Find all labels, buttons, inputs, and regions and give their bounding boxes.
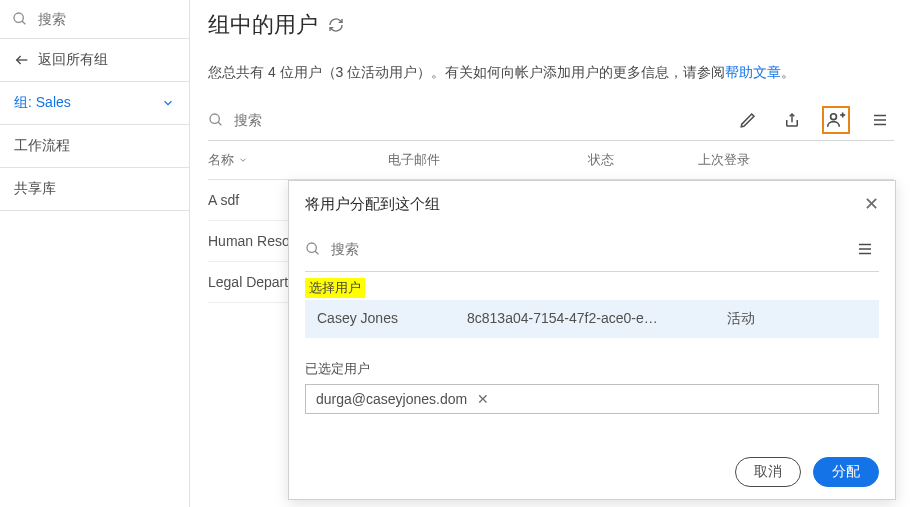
- dialog-menu-button[interactable]: [851, 235, 879, 263]
- svg-line-4: [218, 122, 221, 125]
- sort-icon: [238, 155, 248, 165]
- page-title: 组中的用户: [208, 10, 318, 40]
- sidebar-search-input[interactable]: [36, 10, 177, 28]
- cancel-button[interactable]: 取消: [735, 457, 801, 487]
- chip-label: durga@caseyjones.dom: [316, 391, 467, 407]
- chevron-down-icon: [161, 96, 175, 110]
- group-label: 组: Sales: [14, 94, 71, 112]
- remove-chip-icon[interactable]: ✕: [477, 391, 489, 407]
- add-user-button[interactable]: [822, 106, 850, 134]
- svg-point-12: [307, 243, 316, 252]
- table-search-input[interactable]: [232, 111, 411, 129]
- candidate-status: 活动: [727, 310, 867, 328]
- candidate-id: 8c813a04-7154-47f2-ace0-e…: [467, 310, 727, 328]
- page-description: 您总共有 4 位用户（3 位活动用户）。有关如何向帐户添加用户的更多信息，请参阅…: [208, 64, 894, 82]
- svg-line-13: [315, 251, 318, 254]
- svg-point-0: [14, 13, 23, 22]
- col-login[interactable]: 上次登录: [698, 151, 894, 169]
- col-email[interactable]: 电子邮件: [388, 151, 588, 169]
- col-name[interactable]: 名称: [208, 151, 388, 169]
- menu-icon: [871, 111, 889, 129]
- col-status[interactable]: 状态: [588, 151, 698, 169]
- dialog-title: 将用户分配到这个组: [305, 195, 440, 214]
- menu-button[interactable]: [866, 106, 894, 134]
- menu-icon: [856, 240, 874, 258]
- candidate-user-row[interactable]: Casey Jones 8c813a04-7154-47f2-ace0-e… 活…: [305, 300, 879, 338]
- edit-button[interactable]: [734, 106, 762, 134]
- add-user-icon: [826, 110, 846, 130]
- help-link[interactable]: 帮助文章: [725, 64, 781, 80]
- select-user-label: 选择用户: [305, 278, 365, 298]
- selected-users-label: 已选定用户: [305, 360, 879, 378]
- sidebar-item-shared-lib[interactable]: 共享库: [0, 168, 189, 211]
- selected-user-chip: durga@caseyjones.dom ✕: [305, 384, 879, 414]
- export-button[interactable]: [778, 106, 806, 134]
- sidebar-search[interactable]: [0, 0, 189, 39]
- arrow-left-icon: [14, 52, 30, 68]
- candidate-name: Casey Jones: [317, 310, 467, 328]
- back-to-groups[interactable]: 返回所有组: [0, 39, 189, 82]
- assign-user-dialog: 将用户分配到这个组 ✕ 选择用户 Casey Jones 8c813a04-71…: [288, 180, 896, 500]
- svg-line-1: [22, 21, 25, 24]
- search-icon: [208, 112, 224, 128]
- search-icon: [12, 11, 28, 27]
- refresh-icon[interactable]: [328, 17, 344, 33]
- dialog-search[interactable]: [305, 240, 508, 258]
- svg-point-6: [831, 114, 837, 120]
- back-label: 返回所有组: [38, 51, 108, 69]
- table-header: 名称 电子邮件 状态 上次登录: [208, 141, 894, 180]
- sidebar-item-workflow[interactable]: 工作流程: [0, 125, 189, 168]
- pencil-icon: [739, 111, 757, 129]
- dialog-search-input[interactable]: [329, 240, 508, 258]
- close-icon[interactable]: ✕: [864, 193, 879, 215]
- assign-button[interactable]: 分配: [813, 457, 879, 487]
- table-search[interactable]: [208, 111, 411, 129]
- group-sales[interactable]: 组: Sales: [0, 82, 189, 125]
- svg-point-3: [210, 114, 219, 123]
- export-icon: [783, 111, 801, 129]
- search-icon: [305, 241, 321, 257]
